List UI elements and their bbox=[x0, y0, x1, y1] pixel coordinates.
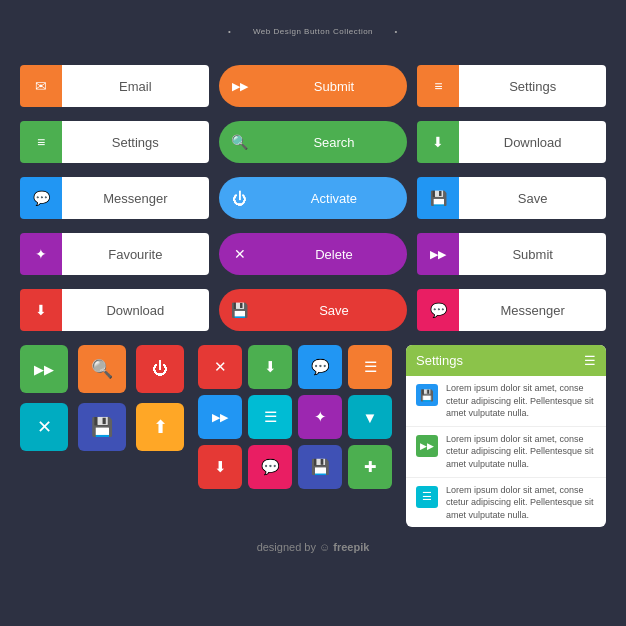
mid-settings-btn[interactable]: ☰ bbox=[248, 395, 292, 439]
title-dot-right: • bbox=[395, 27, 398, 36]
email-icon: ✉ bbox=[20, 65, 62, 107]
settings-item-1-text: Lorem ipsum dolor sit amet, conse ctetur… bbox=[446, 382, 596, 420]
search-button[interactable]: 🔍 Search bbox=[219, 121, 408, 163]
submit-button-1[interactable]: ▶▶ Submit bbox=[219, 65, 408, 107]
submit-icon-2: ▶▶ bbox=[417, 233, 459, 275]
footer-brand: freepik bbox=[333, 541, 369, 553]
favourite-label: Favourite bbox=[62, 233, 209, 275]
submit-label-1: Submit bbox=[261, 65, 408, 107]
settings-icon-1: ≡ bbox=[417, 65, 459, 107]
settings-button-1[interactable]: ≡ Settings bbox=[417, 65, 606, 107]
footer-text: designed by ☺ bbox=[257, 541, 334, 553]
footer: designed by ☺ freepik bbox=[20, 541, 606, 553]
download-label-2: Download bbox=[62, 289, 209, 331]
messenger-button-2[interactable]: 💬 Messenger bbox=[417, 289, 606, 331]
mid-plus-btn[interactable]: ✚ bbox=[348, 445, 392, 489]
mid-menu-btn[interactable]: ☰ bbox=[348, 345, 392, 389]
save-label-pill: Save bbox=[261, 289, 408, 331]
email-button[interactable]: ✉ Email bbox=[20, 65, 209, 107]
settings-label-2: Settings bbox=[62, 121, 209, 163]
messenger-button-1[interactable]: 💬 Messenger bbox=[20, 177, 209, 219]
settings-item-3-icon: ☰ bbox=[416, 486, 438, 508]
save-label-1: Save bbox=[459, 177, 606, 219]
search-icon: 🔍 bbox=[219, 121, 261, 163]
email-label: Email bbox=[62, 65, 209, 107]
activate-icon: ⏻ bbox=[219, 177, 261, 219]
delete-label: Delete bbox=[261, 233, 408, 275]
mid-download-btn[interactable]: ⬇ bbox=[248, 345, 292, 389]
settings-item-1-icon: 💾 bbox=[416, 384, 438, 406]
title-dot-left: • bbox=[228, 27, 231, 36]
settings-card-menu-icon[interactable]: ☰ bbox=[584, 353, 596, 368]
settings-card-title: Settings bbox=[416, 353, 463, 368]
favourite-button[interactable]: ✦ Favourite bbox=[20, 233, 209, 275]
settings-item-2-icon: ▶▶ bbox=[416, 435, 438, 457]
mid-forward-btn[interactable]: ▶▶ bbox=[198, 395, 242, 439]
settings-item-2: ▶▶ Lorem ipsum dolor sit amet, conse cte… bbox=[406, 427, 606, 478]
mid-chat-btn[interactable]: 💬 bbox=[298, 345, 342, 389]
delete-icon: ✕ bbox=[219, 233, 261, 275]
title-main: Web Design Button Collection bbox=[253, 27, 373, 36]
delete-button[interactable]: ✕ Delete bbox=[219, 233, 408, 275]
save-button-pill[interactable]: 💾 Save bbox=[219, 289, 408, 331]
settings-item-2-text: Lorem ipsum dolor sit amet, conse ctetur… bbox=[446, 433, 596, 471]
sq-forward-btn[interactable]: ▶▶ bbox=[20, 345, 68, 393]
settings-item-1: 💾 Lorem ipsum dolor sit amet, conse ctet… bbox=[406, 376, 606, 427]
mid-dl-btn[interactable]: ⬇ bbox=[198, 445, 242, 489]
button-row-4: ✦ Favourite ✕ Delete ▶▶ Submit bbox=[20, 233, 606, 275]
search-label: Search bbox=[261, 121, 408, 163]
sq-save-btn[interactable]: 💾 bbox=[78, 403, 126, 451]
settings-label-1: Settings bbox=[459, 65, 606, 107]
mid-down-btn[interactable]: ▼ bbox=[348, 395, 392, 439]
sq-search-btn[interactable]: 🔍 bbox=[78, 345, 126, 393]
activate-label: Activate bbox=[261, 177, 408, 219]
messenger-label-2: Messenger bbox=[459, 289, 606, 331]
messenger-icon-2: 💬 bbox=[417, 289, 459, 331]
middle-icon-grid: ✕ ⬇ 💬 ☰ ▶▶ ☰ ✦ ▼ ⬇ 💬 💾 ✚ bbox=[198, 345, 392, 527]
button-row-1: ✉ Email ▶▶ Submit ≡ Settings bbox=[20, 65, 606, 107]
button-row-2: ≡ Settings 🔍 Search ⬇ Download bbox=[20, 121, 606, 163]
settings-item-3-text: Lorem ipsum dolor sit amet, conse ctetur… bbox=[446, 484, 596, 522]
settings-card: Settings ☰ 💾 Lorem ipsum dolor sit amet,… bbox=[406, 345, 606, 527]
save-button-1[interactable]: 💾 Save bbox=[417, 177, 606, 219]
submit-icon-1: ▶▶ bbox=[219, 65, 261, 107]
download-button-2[interactable]: ⬇ Download bbox=[20, 289, 209, 331]
download-label-1: Download bbox=[459, 121, 606, 163]
sq-upload-btn[interactable]: ⬆ bbox=[136, 403, 184, 451]
mid-save-btn[interactable]: 💾 bbox=[298, 445, 342, 489]
submit-button-2[interactable]: ▶▶ Submit bbox=[417, 233, 606, 275]
settings-icon-2: ≡ bbox=[20, 121, 62, 163]
sq-power-btn[interactable]: ⏻ bbox=[136, 345, 184, 393]
mid-star-btn[interactable]: ✦ bbox=[298, 395, 342, 439]
small-buttons-area: ▶▶ 🔍 ⏻ ✕ 💾 ⬆ bbox=[20, 345, 184, 527]
favourite-icon: ✦ bbox=[20, 233, 62, 275]
download-icon-1: ⬇ bbox=[417, 121, 459, 163]
save-icon-1: 💾 bbox=[417, 177, 459, 219]
settings-item-3: ☰ Lorem ipsum dolor sit amet, conse ctet… bbox=[406, 478, 606, 528]
download-button-1[interactable]: ⬇ Download bbox=[417, 121, 606, 163]
submit-label-2: Submit bbox=[459, 233, 606, 275]
button-row-5: ⬇ Download 💾 Save 💬 Messenger bbox=[20, 289, 606, 331]
mid-close-btn[interactable]: ✕ bbox=[198, 345, 242, 389]
save-icon-pill: 💾 bbox=[219, 289, 261, 331]
mid-msg-btn[interactable]: 💬 bbox=[248, 445, 292, 489]
messenger-icon-1: 💬 bbox=[20, 177, 62, 219]
download-icon-2: ⬇ bbox=[20, 289, 62, 331]
page-title: • Web Design Button Collection • bbox=[20, 20, 606, 41]
activate-button[interactable]: ⏻ Activate bbox=[219, 177, 408, 219]
settings-card-header: Settings ☰ bbox=[406, 345, 606, 376]
button-row-3: 💬 Messenger ⏻ Activate 💾 Save bbox=[20, 177, 606, 219]
settings-button-2[interactable]: ≡ Settings bbox=[20, 121, 209, 163]
messenger-label-1: Messenger bbox=[62, 177, 209, 219]
sq-close-btn[interactable]: ✕ bbox=[20, 403, 68, 451]
